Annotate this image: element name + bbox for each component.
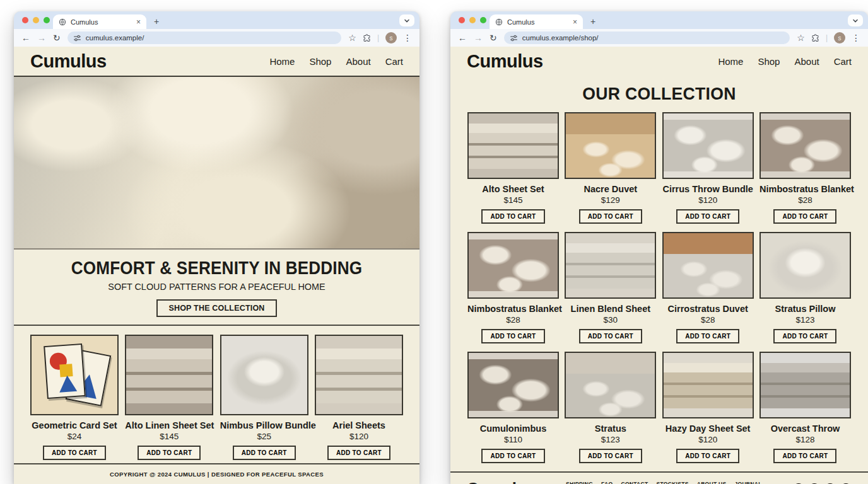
url-text[interactable]: cumulus.example/shop/ bbox=[522, 34, 599, 42]
product-card: Alto Sheet Set $145 ADD TO CART bbox=[467, 112, 559, 224]
back-icon[interactable]: ← bbox=[21, 33, 30, 42]
add-to-cart-button[interactable]: ADD TO CART bbox=[676, 329, 739, 343]
minimize-window-button[interactable] bbox=[33, 17, 39, 23]
browser-window-shop: Cumulus × + ← → ↻ cumulus.example/shop/ … bbox=[450, 11, 868, 484]
product-image bbox=[125, 335, 213, 415]
site-header: Cumulus Home Shop About Cart bbox=[450, 47, 868, 76]
product-image bbox=[760, 112, 851, 179]
menu-icon[interactable]: ⋮ bbox=[852, 33, 860, 42]
close-window-button[interactable] bbox=[459, 17, 465, 23]
product-name: Ariel Sheets bbox=[315, 420, 403, 430]
copyright-text: COPYRIGHT @ 2024 CUMULUS | DESIGNED FOR … bbox=[110, 471, 324, 478]
add-to-cart-button[interactable]: ADD TO CART bbox=[676, 209, 739, 224]
product-name: Hazy Day Sheet Set bbox=[662, 424, 754, 434]
add-to-cart-button[interactable]: ADD TO CART bbox=[773, 329, 836, 343]
bookmark-star-icon[interactable]: ☆ bbox=[348, 33, 356, 42]
nav-link-about[interactable]: About bbox=[794, 56, 819, 67]
footer-link-contact[interactable]: CONTACT bbox=[621, 481, 648, 484]
footer-link-faq[interactable]: FAQ bbox=[601, 481, 613, 484]
product-name: Stratus bbox=[565, 424, 656, 434]
add-to-cart-button[interactable]: ADD TO CART bbox=[481, 329, 544, 343]
add-to-cart-button[interactable]: ADD TO CART bbox=[138, 446, 201, 460]
product-image bbox=[760, 232, 851, 299]
url-text[interactable]: cumulus.example/ bbox=[86, 34, 144, 42]
nav-link-about[interactable]: About bbox=[346, 56, 370, 67]
product-name: Nimbus Pillow Bundle bbox=[220, 420, 308, 430]
add-to-cart-button[interactable]: ADD TO CART bbox=[579, 209, 642, 224]
add-to-cart-button[interactable]: ADD TO CART bbox=[676, 449, 739, 463]
product-card: Stratus $123 ADD TO CART bbox=[565, 352, 656, 463]
back-icon[interactable]: ← bbox=[458, 33, 467, 42]
nav-link-home[interactable]: Home bbox=[718, 56, 743, 67]
footer-link-about-us[interactable]: ABOUT US bbox=[697, 481, 727, 484]
site-settings-icon[interactable] bbox=[510, 34, 518, 42]
nav-link-home[interactable]: Home bbox=[269, 56, 295, 67]
footer-logo[interactable]: Cumulus bbox=[467, 479, 535, 484]
product-price: $120 bbox=[662, 195, 754, 205]
product-grid: Alto Sheet Set $145 ADD TO CART Nacre Du… bbox=[450, 110, 868, 471]
add-to-cart-button[interactable]: ADD TO CART bbox=[481, 209, 544, 224]
nav-link-cart[interactable]: Cart bbox=[385, 56, 403, 67]
add-to-cart-button[interactable]: ADD TO CART bbox=[43, 446, 106, 460]
menu-icon[interactable]: ⋮ bbox=[403, 33, 412, 42]
browser-window-home: Cumulus × + ← → ↻ cumulus.example/ ☆ | s… bbox=[14, 11, 419, 484]
collection-title: OUR COLLECTION bbox=[461, 84, 858, 104]
product-price: $129 bbox=[565, 195, 656, 205]
extensions-icon[interactable] bbox=[363, 34, 371, 42]
add-to-cart-button[interactable]: ADD TO CART bbox=[773, 449, 836, 463]
toolbar-divider: | bbox=[377, 33, 379, 42]
new-tab-button[interactable]: + bbox=[590, 16, 595, 26]
minimize-window-button[interactable] bbox=[469, 17, 476, 23]
bookmark-star-icon[interactable]: ☆ bbox=[797, 33, 805, 42]
profile-avatar[interactable]: s bbox=[834, 32, 845, 43]
product-image bbox=[315, 335, 403, 415]
product-price: $123 bbox=[565, 435, 656, 444]
product-name: Nimbostratus Blanket bbox=[760, 184, 851, 194]
nav-link-shop[interactable]: Shop bbox=[758, 56, 780, 67]
new-tab-button[interactable]: + bbox=[154, 16, 159, 26]
footer-link-shipping[interactable]: SHIPPING bbox=[566, 481, 593, 484]
add-to-cart-button[interactable]: ADD TO CART bbox=[481, 449, 544, 463]
product-price: $30 bbox=[565, 315, 656, 325]
product-name: Cumulonimbus bbox=[467, 424, 559, 434]
forward-icon[interactable]: → bbox=[37, 33, 46, 42]
shop-collection-button[interactable]: SHOP THE COLLECTION bbox=[156, 299, 276, 317]
add-to-cart-button[interactable]: ADD TO CART bbox=[579, 329, 642, 343]
browser-tab[interactable]: Cumulus × bbox=[53, 14, 146, 29]
tab-title: Cumulus bbox=[71, 18, 132, 26]
zoom-window-button[interactable] bbox=[44, 17, 50, 23]
close-window-button[interactable] bbox=[22, 17, 28, 23]
footer-link-journal[interactable]: JOURNAL bbox=[734, 481, 761, 484]
add-to-cart-button[interactable]: ADD TO CART bbox=[233, 446, 296, 460]
nav-link-shop[interactable]: Shop bbox=[309, 56, 331, 67]
profile-avatar[interactable]: s bbox=[385, 32, 397, 43]
illustrated-card bbox=[44, 343, 86, 399]
extensions-icon[interactable] bbox=[811, 34, 819, 42]
reload-icon[interactable]: ↻ bbox=[490, 33, 497, 42]
site-settings-icon[interactable] bbox=[73, 34, 81, 42]
tabstrip-chevron-icon[interactable] bbox=[399, 14, 414, 26]
tab-close-icon[interactable]: × bbox=[136, 18, 141, 26]
forward-icon[interactable]: → bbox=[474, 33, 483, 42]
site-logo[interactable]: Cumulus bbox=[30, 51, 107, 72]
tabstrip-chevron-icon[interactable] bbox=[848, 14, 863, 26]
product-card: Ariel Sheets $120 ADD TO CART bbox=[315, 335, 403, 463]
footer-link-stockists[interactable]: STOCKISTS bbox=[656, 481, 688, 484]
product-price: $110 bbox=[467, 435, 559, 444]
product-price: $145 bbox=[125, 432, 213, 441]
add-to-cart-button[interactable]: ADD TO CART bbox=[773, 209, 836, 224]
address-bar[interactable]: cumulus.example/ bbox=[67, 32, 342, 44]
tab-title: Cumulus bbox=[507, 18, 568, 26]
browser-tab[interactable]: Cumulus × bbox=[490, 14, 583, 29]
nav-link-cart[interactable]: Cart bbox=[834, 56, 852, 67]
reload-icon[interactable]: ↻ bbox=[53, 33, 61, 42]
address-bar[interactable]: cumulus.example/shop/ bbox=[504, 32, 790, 44]
toolbar-actions: ☆ | s ⋮ bbox=[348, 32, 412, 43]
product-image bbox=[565, 232, 656, 299]
product-name: Alto Sheet Set bbox=[467, 184, 559, 194]
add-to-cart-button[interactable]: ADD TO CART bbox=[327, 446, 390, 460]
tab-close-icon[interactable]: × bbox=[573, 18, 577, 26]
add-to-cart-button[interactable]: ADD TO CART bbox=[579, 449, 642, 463]
site-logo[interactable]: Cumulus bbox=[467, 51, 543, 72]
zoom-window-button[interactable] bbox=[480, 17, 486, 23]
